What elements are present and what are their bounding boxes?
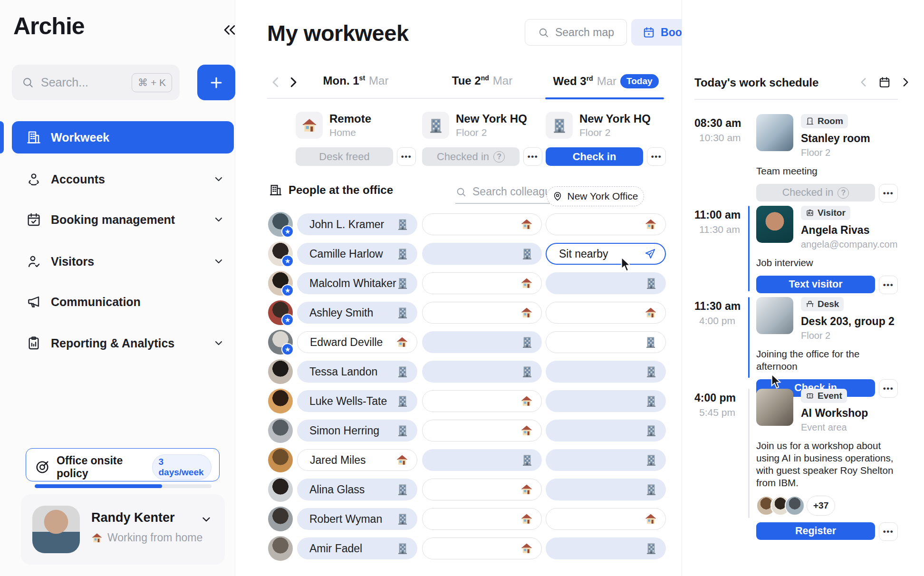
sidebar-item-communication[interactable]: Communication [12,286,234,318]
sidebar-item-label: Communication [51,295,141,309]
item-photo [756,389,793,426]
office-onsite-policy-card[interactable]: Office onsite policy 3 days/week [26,448,220,481]
attendee-count-badge[interactable]: +37 [807,496,835,516]
checked-in-button[interactable]: Checked in? [422,147,520,166]
day-header[interactable]: Mon. 1st Mar [296,74,416,87]
item-more-button[interactable]: ••• [879,184,898,202]
person-name: Ashley Smith [309,307,373,319]
check-in-button[interactable]: Check in [546,147,643,166]
day-status-pill[interactable] [546,361,666,383]
sidebar-search-input[interactable]: Search... ⌘ + K [12,65,180,100]
day-status-pill[interactable] [546,538,666,559]
day-status-pill[interactable] [546,420,666,442]
day-status-pill[interactable]: Ashley Smith [297,302,417,324]
day-status-pill[interactable]: John L. Kramer [297,213,417,235]
sit-nearby-button[interactable]: Sit nearby [546,243,666,265]
chevron-down-icon[interactable] [213,337,224,349]
day-status-pill[interactable] [422,331,542,353]
register-button[interactable]: Register [756,522,875,540]
day-status-pill[interactable]: Tessa Landon [297,361,417,383]
day-status-pill[interactable] [546,213,666,235]
sidebar-item-label: Reporting & Analytics [51,336,174,350]
chevron-down-icon[interactable] [200,513,212,526]
calendar-check-icon [26,212,41,227]
day-status-pill[interactable] [546,272,666,294]
badge-label: Room [818,116,843,126]
day-month: Mar [493,74,512,87]
add-button[interactable] [197,65,235,100]
day-status-pill[interactable]: Camille Harlow [297,243,417,265]
day-status-pill[interactable]: Simon Herring [297,420,417,442]
day-status-pill[interactable] [422,390,542,412]
sidebar-item-booking-management[interactable]: Booking management [12,203,234,236]
item-more-button[interactable]: ••• [879,522,898,541]
day-status-pill[interactable] [546,390,666,412]
day-status-pill[interactable] [422,420,542,442]
day-status-pill[interactable] [422,361,542,383]
day-status-pill[interactable] [546,302,666,324]
item-start-time: 11:00 am [694,209,741,221]
policy-badge: 3 days/week [152,454,212,480]
day-status-pill[interactable] [422,243,542,265]
home-icon [520,513,533,525]
user-profile-card[interactable]: Randy Kenter Working from home [21,494,225,565]
search-map-button[interactable]: Search map [525,19,627,46]
chevron-down-icon[interactable] [213,173,224,185]
sidebar-item-visitors[interactable]: Visitors [12,245,234,278]
day-header[interactable]: Tue 2nd Mar [422,74,542,87]
chevron-down-icon[interactable] [213,256,224,267]
location-card: New York HQ Floor 2 [546,112,651,139]
timeline-accent [748,206,750,291]
location-pin-icon [552,191,563,202]
badge-label: Desk [818,299,839,309]
day-status-pill[interactable]: Luke Wells-Tate [297,390,417,412]
day-status-pill[interactable]: Amir Fadel [297,538,417,559]
day-status-pill[interactable] [422,449,542,471]
day-more-button[interactable]: ••• [523,147,542,166]
building-icon [26,130,41,145]
help-icon[interactable]: ? [493,151,505,163]
calendar-icon[interactable] [878,76,891,88]
door-icon [806,117,814,125]
desk-freed-button[interactable]: Desk freed [296,147,393,166]
text-visitor-button[interactable]: Text visitor [756,276,875,293]
item-end-time: 11:30 am [699,224,740,235]
checked-in-button[interactable]: Checked in ? [756,184,875,202]
week-prev-icon[interactable] [269,75,283,89]
day-status-pill[interactable] [422,538,542,559]
office-filter-dropdown[interactable]: New York Office [547,186,644,206]
day-status-pill[interactable]: Robert Wyman [297,508,417,530]
person-name: Tessa Landon [309,365,377,378]
attendee-avatars: +37 [756,496,898,516]
avatar [32,506,80,553]
day-actions: Desk freed ••• [296,147,416,166]
sidebar-item-accounts[interactable]: Accounts [12,163,234,195]
day-status-pill[interactable] [546,331,666,353]
home-icon [520,307,533,319]
day-more-button[interactable]: ••• [397,147,416,166]
help-icon[interactable]: ? [837,187,849,199]
day-status-pill[interactable] [422,302,542,324]
item-more-button[interactable]: ••• [879,276,898,294]
schedule-prev-icon[interactable] [857,76,870,88]
day-status-pill[interactable] [422,213,542,235]
day-status-pill[interactable]: Jared Miles [297,449,417,471]
day-status-pill[interactable] [546,479,666,500]
day-actions: Check in ••• [546,147,666,166]
schedule-next-icon[interactable] [899,76,912,88]
chevron-down-icon[interactable] [213,214,224,225]
person-row: Robert Wyman [235,507,682,531]
day-status-pill[interactable]: Alina Glass [297,479,417,500]
day-status-pill[interactable] [546,508,666,530]
sidebar-item-reporting-analytics[interactable]: Reporting & Analytics [12,327,234,359]
day-more-button[interactable]: ••• [647,147,666,166]
day-status-pill[interactable] [422,272,542,294]
day-status-pill[interactable] [546,449,666,471]
day-status-pill[interactable] [422,479,542,500]
day-header[interactable]: Wed 3rd MarToday [546,74,666,88]
schedule-card: Visitor Angela Rivas angela@company.com … [756,206,898,294]
day-status-pill[interactable]: Edward Deville [297,331,417,353]
day-status-pill[interactable] [422,508,542,530]
day-status-pill[interactable]: Malcolm Whitaker [297,272,417,294]
sidebar-item-workweek[interactable]: Workweek [12,121,234,154]
